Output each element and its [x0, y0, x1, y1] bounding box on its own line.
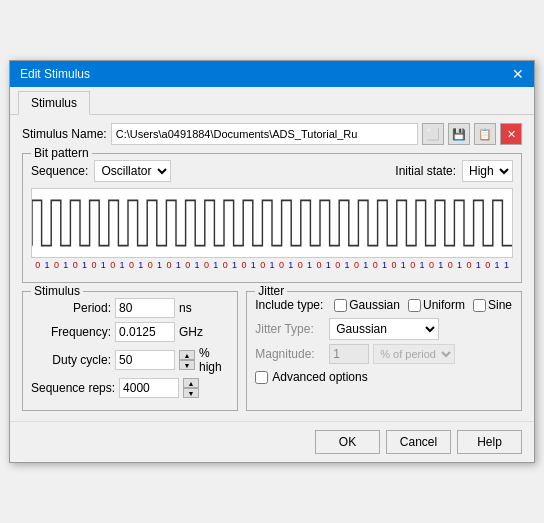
bit-label: 1 — [155, 260, 164, 274]
waveform-display — [31, 188, 513, 258]
close-button[interactable]: ✕ — [512, 67, 524, 81]
seq-reps-down[interactable]: ▼ — [183, 388, 199, 398]
advanced-label: Advanced options — [272, 370, 367, 384]
magnitude-input — [329, 344, 369, 364]
bit-label: 0 — [33, 260, 42, 274]
bit-label: 0 — [108, 260, 117, 274]
bit-label: 1 — [99, 260, 108, 274]
bit-label: 0 — [464, 260, 473, 274]
sine-check-label[interactable]: Sine — [473, 298, 512, 312]
seq-reps-up[interactable]: ▲ — [183, 378, 199, 388]
duty-cycle-spinner: ▲ ▼ — [179, 350, 195, 370]
bit-label: 0 — [427, 260, 436, 274]
bit-label: 0 — [352, 260, 361, 274]
seq-reps-label: Sequence reps: — [31, 381, 115, 395]
stimulus-params-group: Stimulus Period: ns Frequency: GHz Duty … — [22, 291, 238, 411]
advanced-row[interactable]: Advanced options — [255, 370, 513, 384]
bit-label: 0 — [127, 260, 136, 274]
frequency-label: Frequency: — [31, 325, 111, 339]
bit-label: 1 — [211, 260, 220, 274]
bit-label: 0 — [483, 260, 492, 274]
bit-label: 0 — [71, 260, 80, 274]
jitter-type-row: Jitter Type: Gaussian Uniform Sine — [255, 318, 513, 340]
gaussian-check-label[interactable]: Gaussian — [334, 298, 400, 312]
stimulus-name-label: Stimulus Name: — [22, 127, 107, 141]
sine-checkbox[interactable] — [473, 299, 486, 312]
bit-label: 0 — [183, 260, 192, 274]
save-icon: 💾 — [452, 128, 466, 141]
bit-label: 0 — [333, 260, 342, 274]
duty-cycle-up[interactable]: ▲ — [179, 350, 195, 360]
sequence-row: Sequence: Oscillator PRBS Custom — [31, 160, 171, 182]
duty-cycle-unit: % high — [199, 346, 229, 374]
cancel-button[interactable]: Cancel — [386, 430, 451, 454]
duty-cycle-input[interactable] — [115, 350, 175, 370]
waveform-svg — [32, 189, 512, 257]
stimulus-name-input[interactable] — [111, 123, 418, 145]
gaussian-label: Gaussian — [349, 298, 400, 312]
gaussian-checkbox[interactable] — [334, 299, 347, 312]
jitter-type-label: Jitter Type: — [255, 322, 325, 336]
sequence-select[interactable]: Oscillator PRBS Custom — [94, 160, 171, 182]
uniform-check-label[interactable]: Uniform — [408, 298, 465, 312]
bit-label: 1 — [42, 260, 51, 274]
period-label: Period: — [31, 301, 111, 315]
bit-label: 0 — [52, 260, 61, 274]
include-type-label: Include type: — [255, 298, 330, 312]
delete-button[interactable]: ✕ — [500, 123, 522, 145]
period-input[interactable] — [115, 298, 175, 318]
duty-cycle-label: Duty cycle: — [31, 353, 111, 367]
seq-reps-row: Sequence reps: ▲ ▼ — [31, 378, 229, 398]
bit-label: 0 — [221, 260, 230, 274]
bit-label: 0 — [314, 260, 323, 274]
edit-stimulus-dialog: Edit Stimulus ✕ Stimulus Stimulus Name: … — [9, 60, 535, 463]
frequency-input[interactable] — [115, 322, 175, 342]
delete-icon: ✕ — [507, 128, 516, 141]
frequency-row: Frequency: GHz — [31, 322, 229, 342]
help-button[interactable]: Help — [457, 430, 522, 454]
duty-cycle-down[interactable]: ▼ — [179, 360, 195, 370]
initial-state-row: Initial state: High Low — [395, 160, 513, 182]
bit-label: 0 — [277, 260, 286, 274]
bit-pattern-title: Bit pattern — [31, 146, 92, 160]
jitter-title: Jitter — [255, 284, 287, 298]
bit-label: 0 — [446, 260, 455, 274]
duty-cycle-row: Duty cycle: ▲ ▼ % high — [31, 346, 229, 374]
save-button[interactable]: 💾 — [448, 123, 470, 145]
magnitude-row: Magnitude: % of period — [255, 344, 513, 364]
stimulus-name-row: Stimulus Name: ⬜ 💾 📋 ✕ — [22, 123, 522, 145]
browse-icon: ⬜ — [426, 128, 440, 141]
bit-labels: 0101010101010101010101010101010101010101… — [31, 260, 513, 274]
bit-label: 0 — [408, 260, 417, 274]
period-row: Period: ns — [31, 298, 229, 318]
lower-section: Stimulus Period: ns Frequency: GHz Duty … — [22, 291, 522, 411]
bit-label: 0 — [389, 260, 398, 274]
bit-label: 1 — [174, 260, 183, 274]
period-unit: ns — [179, 301, 192, 315]
uniform-label: Uniform — [423, 298, 465, 312]
seq-reps-spinner: ▲ ▼ — [183, 378, 199, 398]
bit-label: 1 — [361, 260, 370, 274]
tab-stimulus[interactable]: Stimulus — [18, 91, 90, 115]
initial-state-select[interactable]: High Low — [462, 160, 513, 182]
bit-label: 1 — [342, 260, 351, 274]
browse-button[interactable]: ⬜ — [422, 123, 444, 145]
bit-label: 1 — [492, 260, 501, 274]
ok-button[interactable]: OK — [315, 430, 380, 454]
frequency-unit: GHz — [179, 325, 203, 339]
seq-reps-input[interactable] — [119, 378, 179, 398]
bit-label: 1 — [474, 260, 483, 274]
bit-label: 0 — [296, 260, 305, 274]
bit-pattern-header: Sequence: Oscillator PRBS Custom Initial… — [31, 160, 513, 182]
uniform-checkbox[interactable] — [408, 299, 421, 312]
bit-label: 1 — [380, 260, 389, 274]
stimulus-params-title: Stimulus — [31, 284, 83, 298]
save-as-button[interactable]: 📋 — [474, 123, 496, 145]
bit-label: 1 — [267, 260, 276, 274]
magnitude-unit-select: % of period — [373, 344, 455, 364]
bit-label: 1 — [192, 260, 201, 274]
bit-pattern-group: Bit pattern Sequence: Oscillator PRBS Cu… — [22, 153, 522, 283]
advanced-checkbox[interactable] — [255, 371, 268, 384]
jitter-type-select[interactable]: Gaussian Uniform Sine — [329, 318, 439, 340]
save-as-icon: 📋 — [478, 128, 492, 141]
